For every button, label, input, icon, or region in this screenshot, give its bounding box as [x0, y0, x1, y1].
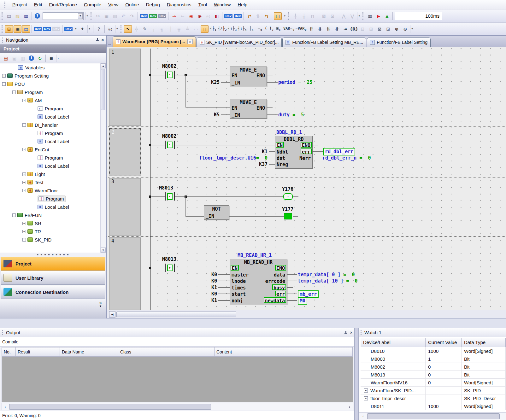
device-comment-display-button[interactable]: Dev [33, 25, 42, 33]
tree-item-di-handler[interactable]: -DI_handler [0, 121, 106, 129]
toolbar-overflow-button[interactable]: ▾ [283, 12, 286, 20]
tree-expander-icon[interactable]: - [22, 238, 26, 242]
tree-expander-icon[interactable]: + [22, 181, 26, 184]
tree-item-test[interactable]: +Test [0, 178, 106, 186]
block-instance-label[interactable]: MB_READ_HR_1 [238, 253, 272, 258]
sort-filter-button[interactable]: ≡ [47, 55, 55, 62]
tree-item-sr[interactable]: +SR [0, 219, 106, 227]
expand-icon[interactable]: + [364, 396, 368, 400]
output-value[interactable]: rd_dbl_err_n = 0 [322, 155, 371, 161]
tree-scrollbar[interactable]: ▲ ▼ [100, 63, 106, 253]
watch-type-cell[interactable]: SK_PID [462, 387, 506, 394]
menu-item-tool[interactable]: Tool [195, 1, 210, 8]
view-button-project[interactable]: Project [1, 257, 105, 271]
menu-item-edit[interactable]: Edit [31, 1, 46, 8]
tab-overflow[interactable]: ... [107, 41, 112, 47]
application-instruction-button[interactable]: ▣8 [274, 25, 282, 33]
tree-item-light[interactable]: +Light [0, 170, 106, 178]
output-window-toggle-button[interactable]: ▤ [22, 25, 30, 33]
pin-icon[interactable] [95, 38, 99, 42]
output-mode-label[interactable]: Compile [0, 337, 354, 347]
tree-splitter-handle[interactable]: ■ ■ ■ ■ ■ ■ ■ ■ ■ [0, 253, 106, 256]
watch-device-cell[interactable]: +floor_tmpr_descr [361, 394, 426, 402]
copy-data-button[interactable]: ▣ [10, 55, 18, 62]
output-value[interactable]: duty = 5 [278, 112, 304, 118]
pulse-trace-button[interactable]: ⊓ [309, 12, 316, 20]
watch-value-cell[interactable]: 1 [426, 355, 462, 363]
tree-item-program[interactable]: Program [0, 104, 106, 113]
contact-m8002[interactable]: · [165, 71, 175, 79]
menu-item-help[interactable]: Help [234, 1, 251, 8]
input-value[interactable]: floor_tmpr_descr.U16 = 0 [182, 155, 268, 161]
edit-comment-button[interactable]: ⊞ [367, 25, 375, 33]
save-project-button[interactable]: ▦ [22, 12, 30, 20]
menu-item-compile[interactable]: Compile [80, 1, 105, 8]
device-ccl-button[interactable]: Dev [52, 25, 61, 33]
pulse-pair-alt-2-button[interactable]: ⇵ [333, 25, 341, 33]
pulse-pair-alt-button[interactable]: ⇅ [324, 25, 332, 33]
scroll-thumb[interactable] [116, 312, 236, 317]
function-block-move-e-1[interactable]: MOVE_E EN ENO _IN [230, 67, 267, 86]
return-instruction-button[interactable]: (R) [350, 25, 358, 33]
wire-insert-button[interactable]: ⊡ [384, 25, 392, 33]
error-jump-button[interactable]: ▲ [383, 12, 391, 20]
watch-column-device-label[interactable]: Device/Label [361, 338, 426, 347]
input-value[interactable]: K25 [197, 79, 220, 85]
watch-type-cell[interactable]: Bit [462, 363, 506, 370]
toolbar-overflow-button[interactable]: ▾ [85, 12, 89, 20]
input-value[interactable]: K37 [245, 161, 268, 167]
output-value[interactable]: tempr_data[ 10 ] = 0 [298, 278, 358, 284]
rising-pulse-pair-button[interactable]: ⇈ [307, 25, 315, 33]
function-block-mb-read-hr[interactable]: MB_READ_HR EN ENO master data lnode errc… [230, 259, 287, 304]
output-column-class[interactable]: Class [118, 347, 215, 356]
watch-type-cell[interactable]: Bit [462, 355, 506, 363]
watch-type-cell[interactable]: Bit [462, 371, 506, 378]
block-tool-3-button[interactable]: ╫ [167, 25, 174, 33]
scroll-thumb[interactable] [9, 404, 211, 410]
tree-expander-icon[interactable]: - [22, 189, 26, 192]
function-block-move-e-2[interactable]: MOVE_E EN ENO _IN [230, 99, 267, 119]
trace-up-button[interactable]: ⋀ [340, 12, 348, 20]
watch-value-cell[interactable]: 0 [426, 371, 462, 378]
watch-row-floor-tmpr-descr[interactable]: +floor_tmpr_descrSK_PID_Descr [361, 394, 506, 402]
tree-item-am[interactable]: -AM [0, 96, 106, 104]
rung-number-4[interactable]: 4 [109, 237, 141, 310]
monitor-mode-button[interactable]: ▢ [274, 12, 282, 20]
jump-instruction-button[interactable]: ↠ [341, 25, 349, 33]
interlock-tool-button[interactable]: ╬ [132, 25, 140, 33]
block-instance-label[interactable]: DDBL_RD_1 [276, 130, 302, 135]
tree-expander-icon[interactable]: + [2, 74, 6, 78]
block-tool-4-button[interactable]: ╦ [175, 25, 183, 33]
inline-st-box-button[interactable]: ⊟ [359, 25, 367, 33]
monitor-stop-button[interactable]: ◎ [204, 12, 212, 20]
scroll-left-icon[interactable]: ‹ [360, 413, 366, 419]
watch-row-m8002[interactable]: M80020Bit [361, 363, 506, 371]
tree-item-program[interactable]: Program [0, 154, 106, 162]
tree-item-pou[interactable]: -POU [0, 80, 106, 88]
watch-type-cell[interactable]: Word[Signed] [462, 379, 506, 386]
run-button[interactable]: ▶ [374, 12, 382, 20]
watch-column-current-value[interactable]: Current Value [426, 338, 462, 347]
undo-button[interactable]: ↶ [120, 12, 127, 20]
output-horizontal-scrollbar[interactable]: ‹ › [2, 403, 353, 410]
paste-button[interactable]: ▥ [111, 12, 119, 20]
output-variable-box[interactable]: rd_dbl_err [323, 148, 355, 155]
tree-item-program[interactable]: Program [0, 195, 106, 203]
device-batch-monitor-button[interactable]: ◧ [213, 12, 221, 20]
view-button-user-library[interactable]: User Library [1, 271, 105, 285]
watch-device-cell[interactable]: D8011 [361, 402, 426, 410]
chevron-down-icon[interactable]: ▼ [78, 13, 83, 19]
contact-m8013-rising[interactable]: ↑ [165, 264, 175, 272]
function-block-selection-toggle-button[interactable]: ▣ [14, 25, 21, 33]
refresh-view-button[interactable]: ↻ [36, 55, 44, 62]
navigation-window-toggle-button[interactable]: ⊞ [5, 25, 13, 33]
trace-register-button[interactable]: ▦ [366, 12, 374, 20]
falling-contact-button[interactable]: ┤↓├4 [238, 25, 247, 33]
watch-row-warmfloor-sk-pid[interactable]: +WarmFloor/SK_PID...SK_PID [361, 387, 506, 394]
tree-item-program[interactable]: -Program [0, 88, 106, 96]
contact-m8013[interactable]: · [165, 192, 175, 201]
tree-item-fb-fun[interactable]: -FB/FUN [0, 211, 106, 219]
pin-icon[interactable] [344, 330, 348, 335]
toolbar-overflow-button[interactable]: ▾ [74, 25, 78, 33]
trace-down-button[interactable]: ⋁ [348, 12, 356, 20]
